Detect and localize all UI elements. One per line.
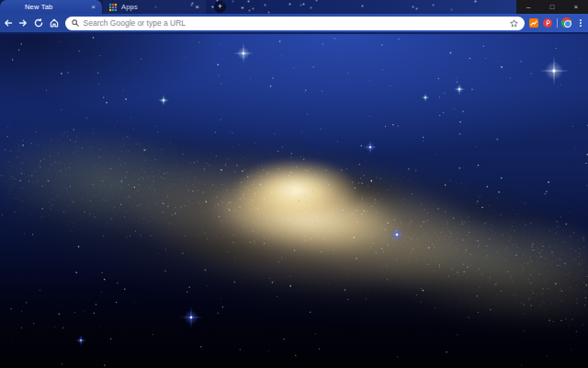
back-button[interactable] [1, 16, 16, 30]
extensions-area [529, 17, 588, 29]
tab-close-icon[interactable]: × [91, 4, 96, 11]
address-input[interactable] [84, 18, 511, 28]
tab-new-tab[interactable]: New Tab × [0, 0, 102, 14]
tab-close-icon[interactable]: × [195, 4, 199, 11]
starfield [0, 34, 588, 366]
maximize-button[interactable]: □ [540, 0, 564, 14]
reload-icon [34, 18, 43, 28]
back-arrow-icon [4, 18, 13, 28]
home-icon [50, 18, 59, 28]
minimize-button[interactable]: – [516, 0, 540, 14]
home-button[interactable] [47, 16, 62, 30]
star-icon[interactable] [510, 19, 518, 28]
new-tab-button[interactable]: + [214, 1, 226, 13]
browser-window: New Tab × Apps × + – □ × [0, 0, 588, 368]
search-icon [72, 19, 79, 27]
red-badge-extension-icon[interactable] [543, 18, 552, 28]
forward-button[interactable] [17, 16, 31, 30]
tab-title: Apps [121, 3, 138, 11]
window-controls: – □ × [516, 0, 588, 14]
analytics-extension-icon[interactable] [529, 18, 538, 28]
browser-toolbar [0, 14, 588, 34]
reload-button[interactable] [31, 16, 46, 30]
toolbar-separator [557, 18, 558, 28]
tab-apps[interactable]: Apps × [103, 0, 206, 14]
browser-viewport [0, 34, 588, 366]
frame-star-speckles [0, 0, 1, 1]
forward-arrow-icon [18, 18, 28, 28]
tab-title: New Tab [25, 3, 52, 11]
chrome-icon[interactable] [561, 17, 571, 28]
address-bar[interactable] [65, 17, 526, 30]
kebab-menu-icon[interactable] [578, 17, 583, 29]
close-button[interactable]: × [564, 0, 588, 14]
tab-strip: New Tab × Apps × + – □ × [0, 0, 588, 14]
apps-grid-icon [109, 4, 117, 11]
